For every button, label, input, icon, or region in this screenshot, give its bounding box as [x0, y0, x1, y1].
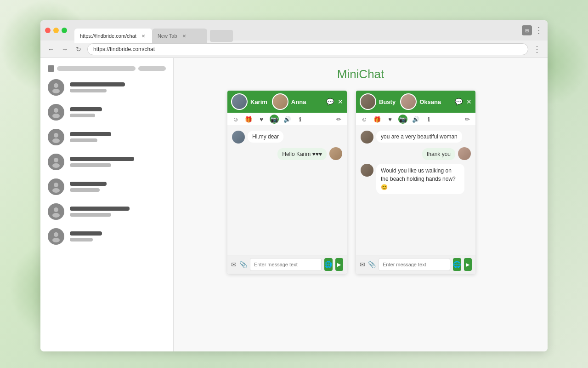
- attach-icon-2[interactable]: 📎: [368, 261, 376, 268]
- chat-bubble-icon[interactable]: 💬: [326, 98, 334, 105]
- tab-bar: https://findbride.com/chat ✕ New Tab ✕: [74, 20, 519, 40]
- chat-close-icon[interactable]: ✕: [338, 98, 343, 105]
- browser-more-button[interactable]: ⋮: [532, 44, 542, 54]
- chat-toolbar-1: ☺ 🎁 ♥ 📷 🔊 ℹ ✏: [227, 113, 347, 126]
- close-button[interactable]: [45, 28, 51, 33]
- tab-active-close[interactable]: ✕: [140, 33, 147, 39]
- user-name-line: [70, 132, 111, 136]
- tab-newtab[interactable]: New Tab ✕: [152, 29, 207, 43]
- browser-titlebar: https://findbride.com/chat ✕ New Tab ✕ ⊞…: [40, 20, 548, 40]
- translate-button-1[interactable]: 🌐: [324, 258, 333, 271]
- user-status-line: [70, 114, 95, 117]
- translate-button-2[interactable]: 🌐: [453, 258, 461, 271]
- chat-window-1: Karim Anna 💬 ✕ ☺ 🎁 ♥ 📷 🔊 ℹ: [227, 91, 347, 274]
- smiley-icon-2[interactable]: ☺: [360, 115, 369, 124]
- send-button-1[interactable]: ►: [335, 258, 344, 271]
- user-info: [70, 207, 166, 217]
- new-tab-button[interactable]: [210, 30, 233, 42]
- svg-point-9: [52, 188, 60, 193]
- tab-newtab-close[interactable]: ✕: [181, 33, 187, 39]
- avatar: [48, 178, 64, 195]
- chat-toolbar-2: ☺ 🎁 ♥ 📷 🔊 ℹ ✏: [356, 113, 475, 126]
- main-content: MiniChat Karim Anna 💬 ✕ ☺: [174, 58, 548, 351]
- info-icon[interactable]: ℹ: [295, 115, 305, 124]
- svg-point-8: [54, 183, 58, 187]
- user-name-line: [70, 82, 125, 86]
- smiley-icon[interactable]: ☺: [231, 115, 240, 124]
- message-input-2[interactable]: [379, 258, 450, 271]
- email-icon-2[interactable]: ✉: [360, 261, 365, 268]
- list-item[interactable]: [48, 79, 166, 96]
- chat-header-1: Karim Anna 💬 ✕: [227, 91, 347, 113]
- tab-active[interactable]: https://findbride.com/chat ✕: [74, 29, 152, 43]
- extensions-icon[interactable]: ⊞: [522, 25, 532, 35]
- attach-icon[interactable]: 📎: [239, 261, 247, 268]
- chat-window-2: Busty Oksana 💬 ✕ ☺ 🎁 ♥ 📷 🔊 ℹ: [356, 91, 475, 274]
- info-icon-2[interactable]: ℹ: [424, 115, 433, 124]
- email-icon[interactable]: ✉: [231, 261, 237, 268]
- user-info: [70, 107, 166, 117]
- volume-icon[interactable]: 🔊: [283, 115, 292, 124]
- avatar-busty: [360, 93, 376, 110]
- list-item[interactable]: [48, 178, 166, 195]
- user-status-line: [70, 138, 97, 142]
- edit-icon-2[interactable]: ✏: [463, 115, 472, 124]
- camera-icon-2[interactable]: 📷: [398, 115, 407, 124]
- browser-menu-icon[interactable]: ⋮: [535, 25, 543, 35]
- chat-user1-name: Karim: [250, 98, 267, 105]
- sidebar-search[interactable]: [48, 65, 166, 72]
- message-row: you are a very beautiful woman: [361, 131, 471, 144]
- tab-active-label: https://findbride.com/chat: [80, 33, 136, 39]
- list-item[interactable]: [48, 129, 166, 145]
- list-item[interactable]: [48, 228, 166, 245]
- page-content: MiniChat Karim Anna 💬 ✕ ☺: [40, 58, 548, 351]
- message-bubble-left-2a: you are a very beautiful woman: [376, 131, 462, 143]
- chat-header-2: Busty Oksana 💬 ✕: [356, 91, 475, 113]
- user-name-line: [70, 157, 134, 161]
- search-icon: [48, 65, 54, 72]
- msg-avatar-oksana: [458, 147, 471, 160]
- message-input-1[interactable]: [250, 258, 322, 271]
- chat2-close-icon[interactable]: ✕: [466, 98, 472, 105]
- message-row: Would you like us walking on the beach h…: [361, 164, 471, 194]
- chat-containers: Karim Anna 💬 ✕ ☺ 🎁 ♥ 📷 🔊 ℹ: [227, 91, 494, 274]
- edit-icon[interactable]: ✏: [334, 115, 343, 124]
- avatar: [48, 79, 64, 96]
- address-text: https://findbride.com/chat: [93, 46, 155, 52]
- back-button[interactable]: ←: [46, 44, 56, 54]
- camera-icon[interactable]: 📷: [270, 115, 279, 124]
- heart-icon[interactable]: ♥: [257, 115, 266, 124]
- msg-avatar-busty-2: [361, 164, 373, 177]
- chat2-bubble-icon[interactable]: 💬: [455, 98, 463, 105]
- list-item[interactable]: [48, 154, 166, 170]
- svg-point-5: [52, 138, 60, 143]
- send-button-2[interactable]: ►: [464, 258, 472, 271]
- avatar-anna: [272, 93, 288, 110]
- heart-icon-2[interactable]: ♥: [385, 115, 395, 124]
- svg-point-2: [54, 108, 58, 113]
- gift-icon-2[interactable]: 🎁: [373, 115, 382, 124]
- user-status-line: [70, 213, 111, 217]
- message-row: Hi,my dear: [232, 131, 342, 144]
- tab-newtab-label: New Tab: [158, 33, 177, 39]
- svg-point-0: [54, 83, 58, 88]
- message-bubble-right: Hello Karim ♥♥♥: [277, 148, 327, 160]
- forward-button[interactable]: →: [60, 44, 70, 54]
- address-bar[interactable]: https://findbride.com/chat: [87, 43, 528, 55]
- chat-messages-1: Hi,my dear Hello Karim ♥♥♥: [227, 126, 347, 255]
- reload-button[interactable]: ↻: [74, 44, 84, 54]
- maximize-button[interactable]: [62, 28, 67, 33]
- svg-point-3: [52, 114, 60, 118]
- chat-messages-2: you are a very beautiful woman thank you: [356, 126, 475, 255]
- svg-point-6: [54, 158, 58, 162]
- volume-icon-2[interactable]: 🔊: [411, 115, 420, 124]
- avatar: [48, 129, 64, 145]
- gift-icon[interactable]: 🎁: [244, 115, 253, 124]
- svg-point-12: [54, 232, 58, 237]
- sidebar: [40, 58, 174, 351]
- list-item[interactable]: [48, 104, 166, 121]
- list-item[interactable]: [48, 203, 166, 220]
- minimize-button[interactable]: [53, 28, 59, 33]
- avatar-oksana: [400, 93, 417, 110]
- user-info: [70, 82, 166, 92]
